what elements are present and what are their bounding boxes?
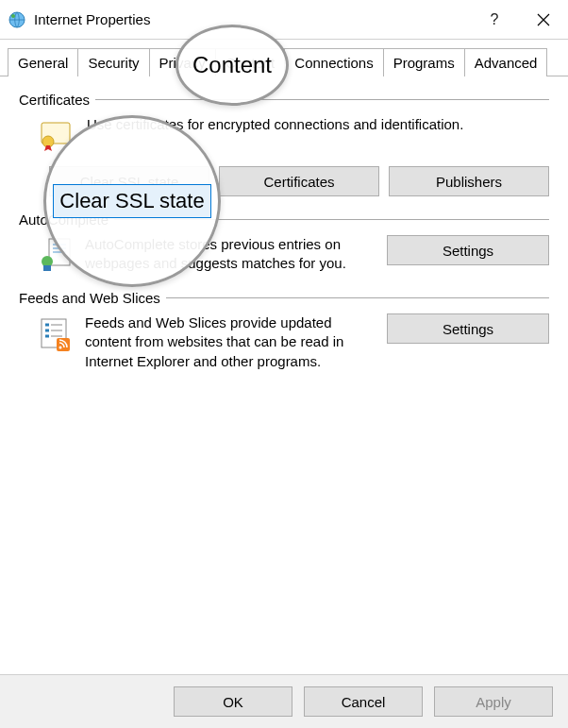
feeds-icon <box>36 313 75 353</box>
svg-point-1 <box>11 14 15 18</box>
globe-icon <box>8 10 26 29</box>
tab-advanced[interactable]: Advanced <box>464 48 548 76</box>
group-title-certificates: Certificates <box>19 92 95 108</box>
close-button[interactable] <box>519 0 568 40</box>
autocomplete-settings-button[interactable]: Settings <box>387 235 549 265</box>
tab-connections[interactable]: Connections <box>284 48 383 76</box>
cancel-button[interactable]: Cancel <box>304 686 423 717</box>
ok-button[interactable]: OK <box>174 686 292 717</box>
dialog-footer: OK Cancel Apply <box>0 674 568 728</box>
titlebar: Internet Properties ? <box>0 0 568 40</box>
divider <box>95 99 549 100</box>
tab-strip: General Security Privacy Content Connect… <box>0 40 568 76</box>
tab-security[interactable]: Security <box>77 48 149 76</box>
tab-programs[interactable]: Programs <box>383 48 465 76</box>
tab-general[interactable]: General <box>8 48 78 76</box>
content-panel: Certificates Use certificates for encryp… <box>0 76 568 371</box>
autocomplete-icon <box>36 235 75 275</box>
apply-button[interactable]: Apply <box>434 686 553 717</box>
tab-privacy[interactable]: Privacy <box>149 48 216 76</box>
window-title: Internet Properties <box>34 11 150 27</box>
svg-point-12 <box>59 347 62 349</box>
group-feeds: Feeds and Web Slices Feeds and Web Slice… <box>19 290 549 371</box>
certificates-button[interactable]: Certificates <box>219 166 379 196</box>
tab-content[interactable]: Content <box>215 48 286 76</box>
publishers-button[interactable]: Publishers <box>389 166 549 196</box>
certificate-icon <box>36 115 75 155</box>
certificates-description: Use certificates for encrypted connectio… <box>87 115 549 134</box>
clear-ssl-state-button[interactable]: Clear SSL state <box>49 166 209 196</box>
group-certificates: Certificates Use certificates for encryp… <box>19 92 549 196</box>
group-title-autocomplete: AutoComplete <box>19 212 114 228</box>
autocomplete-description: AutoComplete stores previous entries on … <box>85 235 377 274</box>
svg-rect-9 <box>43 265 51 271</box>
help-button[interactable]: ? <box>470 0 519 40</box>
feeds-description: Feeds and Web Slices provide updated con… <box>85 313 377 371</box>
divider <box>114 219 549 220</box>
group-title-feeds: Feeds and Web Slices <box>19 290 166 306</box>
feeds-settings-button[interactable]: Settings <box>387 313 549 344</box>
group-autocomplete: AutoComplete AutoComplete stores previou… <box>19 212 549 275</box>
divider <box>166 297 549 298</box>
